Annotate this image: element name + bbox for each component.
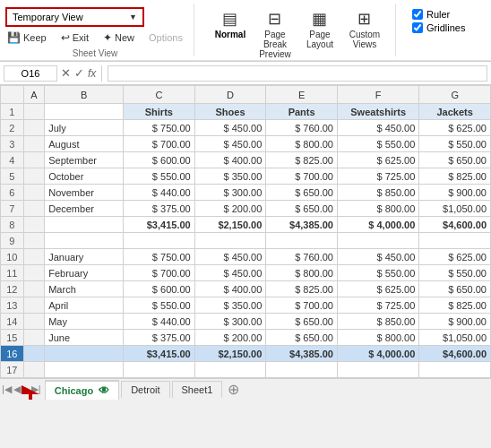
data-table: A B C D E F G 1 Shirts Shoes Pants Sweat…: [0, 85, 491, 378]
gridlines-checkbox-label[interactable]: Gridlines: [412, 22, 465, 33]
custom-views-icon: ⊞: [357, 9, 371, 29]
sheet-view-group: Temporary View ▼ 💾 Keep ↩ Exit ✦ New: [5, 4, 194, 56]
col-header-c[interactable]: C: [124, 86, 195, 104]
exit-icon: ↩: [61, 31, 70, 44]
app-container: Temporary View ▼ 💾 Keep ↩ Exit ✦ New: [0, 0, 491, 400]
sheet-view-label: Sheet View: [5, 45, 185, 58]
table-row: 14 May $ 440.00 $ 300.00 $ 650.00 $ 850.…: [1, 314, 491, 330]
gridlines-checkbox[interactable]: [412, 22, 423, 33]
add-sheet-button[interactable]: ⊕: [228, 381, 239, 398]
corner-cell: [1, 86, 24, 104]
cell-b1[interactable]: [45, 104, 124, 120]
first-tab-icon[interactable]: |◀: [2, 383, 12, 395]
table-row: 11 February $ 700.00 $ 450.00 $ 800.00 $…: [1, 265, 491, 281]
keep-button[interactable]: 💾 Keep: [5, 30, 48, 45]
temporary-view-dropdown[interactable]: Temporary View ▼: [5, 7, 144, 27]
detroit-tab-label: Detroit: [131, 384, 159, 395]
ruler-label: Ruler: [426, 9, 450, 20]
ruler-checkbox[interactable]: [412, 9, 423, 20]
col-header-a[interactable]: A: [23, 86, 44, 104]
column-header-row: A B C D E F G: [1, 86, 491, 104]
formula-input[interactable]: [108, 65, 487, 82]
row-num-1: 1: [1, 104, 24, 120]
cell-e1[interactable]: Pants: [266, 104, 338, 120]
table-row: 3 August $ 700.00 $ 450.00 $ 800.00 $ 55…: [1, 136, 491, 152]
dropdown-label: Temporary View: [13, 12, 83, 22]
new-button[interactable]: ✦ New: [101, 30, 136, 45]
custom-views-button[interactable]: ⊞ CustomViews: [345, 7, 384, 61]
spreadsheet: A B C D E F G 1 Shirts Shoes Pants Sweat…: [0, 85, 491, 378]
table-row: 13 April $ 550.00 $ 350.00 $ 700.00 $ 72…: [1, 297, 491, 314]
gridlines-label: Gridlines: [426, 22, 465, 33]
table-row: 17: [1, 362, 491, 378]
table-row: 12 March $ 600.00 $ 400.00 $ 825.00 $ 62…: [1, 281, 491, 297]
tab-bar: |◀ ◀ ▶ ▶| Chicago 👁 Detroit Sheet1 ⊕: [0, 378, 491, 400]
exit-button[interactable]: ↩ Exit: [59, 30, 90, 45]
col-header-b[interactable]: B: [45, 86, 124, 104]
table-row: 4 September $ 600.00 $ 400.00 $ 825.00 $…: [1, 152, 491, 168]
table-row: 8 $3,415.00 $2,150.00 $4,385.00 $ 4,000.…: [1, 217, 491, 233]
formula-bar: O16 ✕ ✓ fx: [0, 62, 491, 85]
table-row: 1 Shirts Shoes Pants Sweatshirts Jackets: [1, 104, 491, 120]
dropdown-arrow-icon: ▼: [129, 13, 137, 22]
normal-label: Normal: [215, 30, 246, 39]
cancel-formula-icon[interactable]: ✕: [61, 66, 71, 80]
tab-detroit[interactable]: Detroit: [121, 381, 169, 398]
insert-function-icon[interactable]: fx: [88, 67, 96, 80]
cell-g1[interactable]: Jackets: [419, 104, 491, 120]
new-icon: ✦: [103, 31, 112, 44]
ribbon: Temporary View ▼ 💾 Keep ↩ Exit ✦ New: [0, 0, 491, 62]
page-break-label: Page BreakPreview: [259, 30, 291, 59]
sheet1-tab-label: Sheet1: [182, 384, 213, 395]
table-row: 6 November $ 440.00 $ 300.00 $ 650.00 $ …: [1, 185, 491, 201]
table-row: 2 July $ 750.00 $ 450.00 $ 760.00 $ 450.…: [1, 120, 491, 136]
col-header-g[interactable]: G: [419, 86, 491, 104]
tab-chicago[interactable]: Chicago 👁: [45, 380, 119, 400]
table-row: 9: [1, 233, 491, 249]
cell-d1[interactable]: Shoes: [194, 104, 266, 120]
red-arrow: [20, 382, 47, 403]
table-row: 10 January $ 750.00 $ 450.00 $ 760.00 $ …: [1, 249, 491, 265]
custom-views-label: CustomViews: [349, 30, 380, 49]
col-header-e[interactable]: E: [266, 86, 338, 104]
cell-a1[interactable]: [23, 104, 44, 120]
page-layout-button[interactable]: ▦ PageLayout: [300, 7, 340, 61]
eye-icon: 👁: [99, 384, 109, 397]
page-layout-icon: ▦: [312, 9, 327, 29]
normal-icon: ▤: [222, 9, 237, 29]
page-layout-label: PageLayout: [306, 30, 333, 49]
options-button[interactable]: Options: [147, 30, 185, 45]
tab-sheet1[interactable]: Sheet1: [172, 381, 223, 398]
page-break-button[interactable]: ⊟ Page BreakPreview: [255, 7, 295, 61]
chicago-tab-label: Chicago: [55, 385, 93, 396]
workbook-views-group: ▤ Normal ⊟ Page BreakPreview ▦ PageLayou…: [203, 4, 396, 56]
keep-icon: 💾: [7, 31, 21, 44]
table-row: 7 December $ 375.00 $ 200.00 $ 650.00 $ …: [1, 201, 491, 217]
col-header-d[interactable]: D: [194, 86, 266, 104]
confirm-formula-icon[interactable]: ✓: [74, 66, 84, 80]
col-header-f[interactable]: F: [337, 86, 418, 104]
show-group: Ruler Gridlines: [405, 4, 472, 56]
cell-c1[interactable]: Shirts: [124, 104, 195, 120]
normal-view-button[interactable]: ▤ Normal: [211, 7, 250, 61]
cell-reference[interactable]: O16: [4, 65, 57, 82]
table-row: 5 October $ 550.00 $ 350.00 $ 700.00 $ 7…: [1, 168, 491, 185]
page-break-icon: ⊟: [268, 9, 281, 29]
table-row: 15 June $ 375.00 $ 200.00 $ 650.00 $ 800…: [1, 330, 491, 346]
ruler-checkbox-label[interactable]: Ruler: [412, 9, 465, 20]
table-row-active: 16 $3,415.00 $2,150.00 $4,385.00 $ 4,000…: [1, 346, 491, 362]
cell-f1[interactable]: Sweatshirts: [337, 104, 418, 120]
